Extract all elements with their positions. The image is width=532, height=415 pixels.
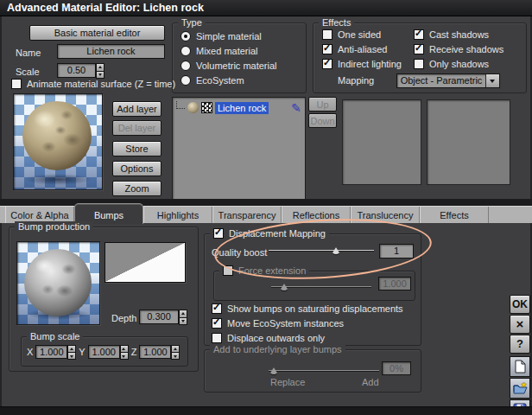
- checkbox-icon[interactable]: [212, 318, 222, 329]
- spin-down-icon[interactable]: [67, 352, 76, 360]
- checkbox-icon[interactable]: [322, 59, 332, 69]
- underlying-bumps-title: Add to underlying layer bumps: [210, 344, 345, 354]
- bump-profile-ramp[interactable]: [104, 242, 186, 283]
- slider-thumb-icon[interactable]: [280, 284, 288, 290]
- spinner[interactable]: [67, 345, 76, 359]
- checkbox-displace-outwards-only[interactable]: Displace outwards only: [212, 333, 403, 343]
- quality-boost-value[interactable]: 1: [379, 244, 414, 259]
- radio-icon[interactable]: [180, 31, 191, 42]
- layer-down-button[interactable]: Down: [308, 113, 337, 128]
- dropdown-arrow-icon[interactable]: [485, 74, 499, 87]
- basic-material-editor-button[interactable]: Basic material editor: [29, 25, 165, 41]
- add-layer-button[interactable]: Add layer: [112, 101, 162, 117]
- animate-material-checkbox-row[interactable]: Animate material surface (Z = time): [11, 79, 175, 89]
- force-extension-value: 1.000: [378, 277, 411, 290]
- spinner[interactable]: [171, 345, 180, 359]
- aux-preview-panel-1: [342, 99, 421, 185]
- bottom-edge: [0, 406, 532, 415]
- bump-scale-y-stepper[interactable]: 1.000: [88, 345, 129, 359]
- bump-production-title: Bump production: [15, 221, 93, 232]
- spin-down-icon[interactable]: [96, 71, 104, 80]
- checkbox-label: Move EcoSystem instances: [227, 318, 344, 329]
- radio-label: Mixed material: [196, 46, 258, 56]
- spin-down-icon[interactable]: [120, 352, 129, 360]
- del-layer-button[interactable]: Del layer: [112, 120, 162, 136]
- quality-boost-label: Quality boost: [212, 247, 267, 258]
- underlying-bumps-value: 0%: [382, 361, 411, 375]
- underlying-bumps-slider[interactable]: [269, 366, 379, 376]
- tab-effects[interactable]: Effects: [420, 207, 489, 223]
- depth-stepper[interactable]: 0.300: [139, 310, 187, 324]
- checkbox-cast-shadows[interactable]: Cast shadows: [414, 29, 504, 40]
- axis-z-label: Z: [131, 347, 137, 357]
- checkbox-icon[interactable]: [414, 59, 424, 69]
- checkbox-move-ecosystem-instances[interactable]: Move EcoSystem instances: [212, 318, 403, 329]
- material-preview: [13, 93, 103, 190]
- options-button[interactable]: Options: [112, 161, 162, 176]
- checkbox-icon[interactable]: [414, 44, 424, 54]
- quality-boost-slider[interactable]: [269, 246, 374, 256]
- material-preview-sphere: [22, 101, 92, 170]
- checkbox-only-shadows[interactable]: Only shadows: [414, 59, 504, 69]
- radio-icon[interactable]: [180, 46, 191, 56]
- checkbox-icon[interactable]: [414, 29, 424, 40]
- tab-transparency[interactable]: Transparency: [212, 207, 282, 223]
- pencil-icon[interactable]: ✎: [291, 103, 301, 113]
- depth-spinner[interactable]: [179, 310, 187, 324]
- checkbox-show-bumps-saturating[interactable]: Show bumps on saturating displacements: [212, 303, 403, 314]
- checkbox-one-sided[interactable]: One sided: [322, 29, 402, 40]
- radio-ecosystem[interactable]: EcoSystem: [180, 75, 306, 86]
- zoom-button[interactable]: Zoom: [112, 181, 162, 196]
- material-name-field[interactable]: Lichen rock: [57, 44, 165, 59]
- depth-value[interactable]: 0.300: [139, 310, 179, 324]
- tab-reflections[interactable]: Reflections: [282, 207, 351, 223]
- slider-track[interactable]: [269, 370, 379, 371]
- layer-up-button[interactable]: Up: [308, 97, 337, 112]
- animate-material-checkbox[interactable]: [11, 79, 22, 89]
- layer-item-lichen-rock[interactable]: Lichen rock ✎: [173, 98, 305, 115]
- bump-scale-z-value[interactable]: 1.000: [139, 345, 171, 359]
- scale-value[interactable]: 0.50: [57, 63, 96, 78]
- cancel-button[interactable]: ×: [510, 315, 530, 334]
- checkbox-icon[interactable]: [212, 333, 222, 343]
- store-button[interactable]: Store: [112, 141, 162, 156]
- force-extension-checkbox[interactable]: [223, 265, 233, 276]
- displacement-mapping-checkbox[interactable]: [213, 228, 224, 239]
- load-material-button[interactable]: [510, 378, 530, 399]
- radio-simple-material[interactable]: Simple material: [180, 31, 306, 42]
- checkbox-anti-aliased[interactable]: Anti-aliased: [322, 44, 402, 54]
- bump-scale-z-stepper[interactable]: 1.000: [139, 345, 180, 359]
- bump-scale-x-value[interactable]: 1.000: [35, 345, 67, 359]
- displacement-mapping-legend[interactable]: Displacement Mapping: [210, 228, 329, 239]
- spin-down-icon[interactable]: [179, 317, 187, 326]
- radio-icon[interactable]: [180, 75, 191, 86]
- tab-highlights[interactable]: Highlights: [143, 207, 212, 223]
- scale-stepper[interactable]: 0.50: [57, 63, 104, 78]
- spinner[interactable]: [120, 345, 129, 359]
- ok-button[interactable]: OK: [510, 295, 530, 314]
- help-button[interactable]: ?: [510, 335, 530, 354]
- bump-scale-y-value[interactable]: 1.000: [88, 345, 120, 359]
- mapping-dropdown[interactable]: Object - Parametric: [396, 73, 500, 88]
- tab-translucency[interactable]: Translucency: [351, 207, 420, 223]
- spin-down-icon[interactable]: [171, 352, 180, 360]
- slider-thumb-icon[interactable]: [332, 247, 340, 254]
- force-extension-slider[interactable]: [271, 282, 371, 292]
- layer-list[interactable]: Lichen rock ✎: [172, 97, 306, 201]
- radio-mixed-material[interactable]: Mixed material: [180, 46, 306, 56]
- checkbox-indirect-lighting[interactable]: Indirect lighting: [322, 59, 402, 69]
- radio-volumetric-material[interactable]: Volumetric material: [180, 61, 306, 71]
- checkbox-icon[interactable]: [212, 303, 222, 314]
- scale-spinner[interactable]: [96, 63, 104, 78]
- layer-name[interactable]: Lichen rock: [215, 102, 269, 114]
- slider-thumb-icon[interactable]: [269, 367, 278, 374]
- new-material-button[interactable]: [510, 356, 530, 377]
- checkbox-icon[interactable]: [322, 29, 332, 40]
- checkbox-receive-shadows[interactable]: Receive shadows: [414, 44, 504, 54]
- checkbox-label: Show bumps on saturating displacements: [227, 303, 403, 314]
- force-extension-legend[interactable]: Force extension: [219, 265, 309, 276]
- bump-scale-x-stepper[interactable]: 1.000: [35, 345, 76, 359]
- checkbox-icon[interactable]: [322, 44, 332, 54]
- radio-icon[interactable]: [180, 61, 191, 71]
- slider-track[interactable]: [269, 250, 374, 251]
